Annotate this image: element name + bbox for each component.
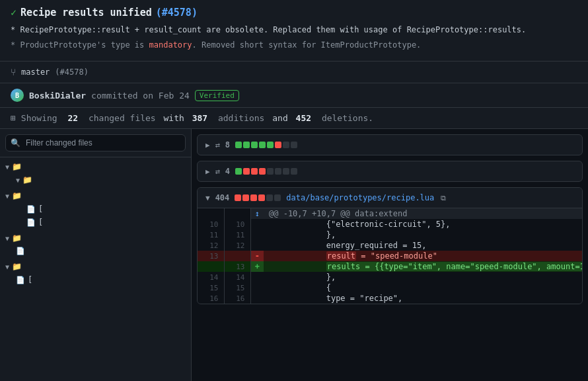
line-content-13-del: result = "speed-module" — [264, 251, 583, 261]
diff-stat-blocks — [235, 194, 281, 201]
line-content-11: }, — [264, 230, 583, 240]
tree-file-0[interactable]: 📄 [ — [0, 202, 191, 216]
line-num-old-16: 16 — [198, 293, 224, 304]
tree-folder-4[interactable]: ▼ 📁 — [0, 260, 191, 273]
chevron-down-icon-4: ▼ — [5, 263, 9, 271]
stat-block-r4 — [258, 194, 265, 201]
diff-main-header: ▼ 404 data/base/prototypes/recipe.lua ⧉ — [198, 188, 582, 208]
diff-block-d1 — [283, 142, 289, 148]
diff-block-d5 — [283, 168, 289, 175]
chevron-down-main[interactable]: ▼ — [205, 194, 210, 202]
expand-files-icon[interactable]: ⊞ — [11, 113, 16, 123]
commit-desc-1: * RecipePrototype::result + result_count… — [11, 24, 577, 36]
line-content-15: { — [264, 282, 583, 293]
stat-block-d1 — [266, 194, 273, 201]
diff-blocks-2 — [235, 168, 297, 175]
summary-changed-label: changed files — [89, 113, 156, 123]
file-icon-3: 📄 — [16, 276, 25, 284]
copy-icon[interactable]: ⧉ — [441, 194, 446, 202]
diff-block-d6 — [291, 168, 297, 175]
diff-block-g4 — [259, 142, 266, 148]
hunk-header-text: @@ -10,7 +10,7 @@ data:extend — [264, 208, 583, 219]
commit-hash: (#4578) — [55, 67, 89, 77]
tree-folder-1[interactable]: ▼ 📁 — [0, 173, 191, 187]
line-num-new-16: 16 — [224, 293, 250, 304]
diff-line-13-add: 13 + results = {{type="item", name="spee… — [198, 261, 583, 272]
avatar: B — [11, 89, 24, 102]
line-num-new-14: 14 — [224, 272, 250, 282]
diff-line-14: 14 14 }, — [198, 272, 583, 282]
diff-block-g2 — [243, 142, 250, 148]
verified-badge: Verified — [195, 90, 239, 101]
file-icon-1: 📄 — [26, 218, 36, 227]
diff-collapsed-1: ▶ ⇄ 8 — [197, 134, 583, 155]
line-num-old-10: 10 — [198, 219, 224, 230]
line-marker-10 — [250, 219, 264, 230]
line-marker-13-add: + — [250, 261, 264, 272]
chevron-down-icon-0: ▼ — [5, 163, 9, 171]
stat-block-r2 — [242, 194, 249, 201]
hunk-marker[interactable]: ↕ — [250, 208, 264, 219]
files-summary: ⊞ Showing 22 changed files with 387 addi… — [0, 108, 588, 129]
diff-line-10: 10 10 {"electronic-circuit", 5}, — [198, 219, 583, 230]
line-num-old-12: 12 — [198, 240, 224, 251]
diff-main: ▼ 404 data/base/prototypes/recipe.lua ⧉ — [197, 187, 583, 304]
line-marker-11 — [250, 230, 264, 240]
line-num-new-13: 13 — [224, 261, 250, 272]
commit-title-text: Recipe results unified — [20, 7, 152, 19]
diff-arrows-2: ⇄ — [215, 167, 220, 176]
diff-number-1: 8 — [225, 140, 230, 149]
folder-icon-4: 📁 — [12, 262, 22, 271]
diff-block-r3 — [251, 168, 258, 175]
file-tree: ▼ 📁 ▼ 📁 ▼ 📁 📄 [ 📄 [ — [0, 157, 191, 289]
diff-block-r2 — [243, 168, 250, 175]
chevron-right-icon-2: ▶ — [205, 167, 210, 176]
summary-showing: Showing — [21, 113, 57, 123]
line-marker-16 — [250, 293, 264, 304]
tree-file-2[interactable]: 📄 — [0, 245, 191, 257]
author-row: B BoskiDialer committed on Feb 24 Verifi… — [0, 83, 588, 108]
hunk-line-num-left — [198, 208, 224, 219]
folder-icon-3: 📁 — [12, 233, 22, 243]
summary-deletions-count: 452 — [296, 113, 311, 123]
commit-link[interactable]: (#4578) — [156, 7, 198, 19]
line-num-new-13-empty — [224, 251, 250, 261]
tree-folder-3[interactable]: ▼ 📁 — [0, 232, 191, 245]
line-content-12: energy_required = 15, — [264, 240, 583, 251]
tree-file-3[interactable]: 📄 [ — [0, 273, 191, 286]
diff-hunk-row: ↕ @@ -10,7 +10,7 @@ data:extend — [198, 208, 583, 219]
commit-desc-2: * ProductPrototype's type is mandatory. … — [11, 39, 577, 52]
search-input[interactable] — [5, 134, 186, 151]
diff-table: ↕ @@ -10,7 +10,7 @@ data:extend 10 10 {"… — [198, 208, 583, 304]
stat-block-d2 — [274, 194, 281, 201]
author-action: committed on Feb 24 — [91, 91, 190, 101]
diff-block-d4 — [275, 168, 281, 175]
tree-folder-0[interactable]: ▼ 📁 — [0, 160, 191, 173]
chevron-right-icon-1: ▶ — [205, 141, 210, 149]
file-icon-0: 📄 — [26, 205, 36, 214]
diff-collapsed-header-2[interactable]: ▶ ⇄ 4 — [198, 161, 582, 181]
tree-folder-2[interactable]: ▼ 📁 — [0, 189, 191, 202]
diff-collapsed-header-1[interactable]: ▶ ⇄ 8 — [198, 135, 582, 155]
diff-block-g5 — [267, 142, 274, 148]
line-num-old-15: 15 — [198, 282, 224, 293]
line-marker-14 — [250, 272, 264, 282]
line-num-old-11: 11 — [198, 230, 224, 240]
line-content-14: }, — [264, 272, 583, 282]
folder-icon-2: 📁 — [12, 191, 22, 200]
expand-arrows-icon[interactable]: ↕ — [255, 209, 260, 218]
folder-icon-1: 📁 — [22, 175, 32, 185]
diff-line-15: 15 15 { — [198, 282, 583, 293]
tree-file-1[interactable]: 📄 [ — [0, 216, 191, 229]
diff-line-16: 16 16 type = "recipe", — [198, 293, 583, 304]
line-num-old-14: 14 — [198, 272, 224, 282]
diff-number-2: 4 — [225, 167, 230, 176]
line-num-new-12: 12 — [224, 240, 250, 251]
chevron-down-icon-2: ▼ — [5, 192, 9, 200]
diff-filename[interactable]: data/base/prototypes/recipe.lua — [286, 193, 434, 202]
diff-block-d3 — [267, 168, 274, 175]
commit-header: ✓ Recipe results unified (#4578) * Recip… — [0, 0, 588, 62]
summary-additions-label: additions — [218, 113, 264, 123]
summary-changed-count: 22 — [67, 113, 78, 123]
author-name[interactable]: BoskiDialer — [29, 91, 86, 101]
